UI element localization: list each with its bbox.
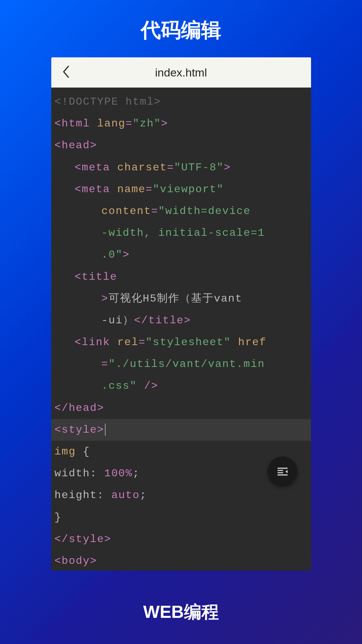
code-line: ="./utils/vant/vant.min <box>51 353 311 375</box>
code-line: <link rel="stylesheet" href <box>51 331 311 353</box>
back-button[interactable] <box>61 65 71 80</box>
code-line: height: auto; <box>51 484 311 506</box>
code-line: .0"> <box>51 244 311 266</box>
code-line: } <box>51 506 311 528</box>
code-editor-area[interactable]: <!DOCTYPE html> <html lang="zh"> <head> … <box>51 88 311 571</box>
code-line: <body> <box>51 550 311 571</box>
text-cursor <box>105 424 106 436</box>
chevron-left-icon <box>61 65 71 79</box>
format-indent-button[interactable] <box>267 457 298 487</box>
code-line: .css" /> <box>51 375 311 397</box>
code-line: <!DOCTYPE html> <box>51 91 311 113</box>
code-line: <meta name="viewport" <box>51 178 311 200</box>
code-line: -width, initial-scale=1 <box>51 222 311 244</box>
code-line: <meta charset="UTF-8"> <box>51 157 311 178</box>
page-header-title: 代码编辑 <box>0 0 362 57</box>
code-line-active: <style> <box>51 419 311 441</box>
code-line: content="width=device <box>51 200 311 222</box>
code-line: <head> <box>51 135 311 156</box>
editor-header: index.html <box>51 57 311 88</box>
code-line: -ui）</title> <box>51 310 311 331</box>
code-line: >可视化H5制作（基于vant <box>51 288 311 310</box>
code-line: img { <box>51 441 311 463</box>
editor-container: index.html <!DOCTYPE html> <html lang="z… <box>51 57 311 571</box>
page-footer-title: WEB编程 <box>0 600 362 624</box>
code-line: <html lang="zh"> <box>51 113 311 135</box>
file-name: index.html <box>61 66 301 79</box>
format-indent-icon <box>276 465 289 478</box>
code-line: <title <box>51 266 311 288</box>
code-line: </head> <box>51 397 311 419</box>
code-line: </style> <box>51 528 311 550</box>
